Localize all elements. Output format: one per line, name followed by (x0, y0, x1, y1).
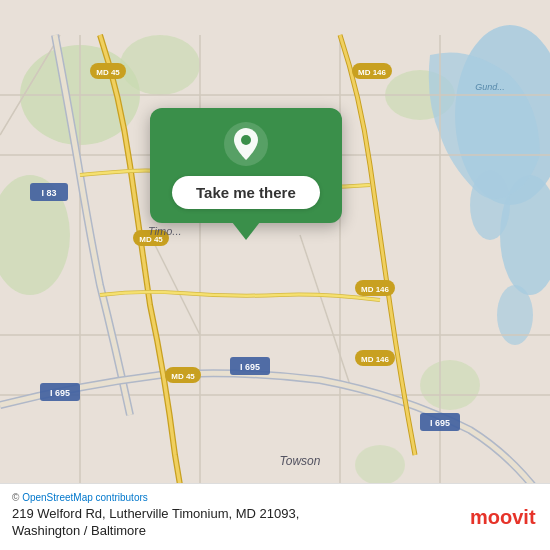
contributors-text: contributors (93, 492, 148, 503)
svg-point-45 (241, 135, 251, 145)
svg-point-5 (120, 35, 200, 95)
svg-text:MD 45: MD 45 (96, 68, 120, 77)
location-pin-icon (224, 122, 268, 166)
svg-text:moovit: moovit (470, 506, 536, 528)
svg-text:I 83: I 83 (41, 188, 56, 198)
callout-popup: Take me there (150, 108, 342, 240)
address-text: 219 Welford Rd, Lutherville Timonium, MD… (12, 506, 299, 540)
moovit-logo-svg: moovit (468, 500, 538, 532)
svg-text:Gund...: Gund... (475, 82, 505, 92)
callout-tail (232, 222, 260, 240)
svg-line-19 (150, 235, 200, 335)
svg-point-3 (497, 285, 533, 345)
svg-point-8 (420, 360, 480, 410)
svg-text:MD 45: MD 45 (171, 372, 195, 381)
address-line1: 219 Welford Rd, Lutherville Timonium, MD… (12, 506, 299, 521)
map-container: I 83 I 695 I 695 I 695 MD 45 MD 45 MD 45… (0, 0, 550, 550)
take-me-there-button[interactable]: Take me there (172, 176, 320, 209)
svg-point-9 (355, 445, 405, 485)
svg-text:MD 146: MD 146 (361, 285, 390, 294)
address-line2: Washington / Baltimore (12, 523, 146, 538)
osm-link[interactable]: OpenStreetMap (22, 492, 93, 503)
svg-line-20 (300, 235, 350, 385)
svg-text:Towson: Towson (280, 454, 321, 468)
svg-text:MD 146: MD 146 (358, 68, 387, 77)
info-bar: © OpenStreetMap contributors 219 Welford… (0, 483, 550, 550)
svg-text:I 695: I 695 (50, 388, 70, 398)
credit-prefix: © (12, 492, 22, 503)
callout-box: Take me there (150, 108, 342, 223)
moovit-logo: moovit (468, 500, 538, 532)
osm-credit: © OpenStreetMap contributors (12, 492, 299, 503)
svg-text:I 695: I 695 (240, 362, 260, 372)
map-svg: I 83 I 695 I 695 I 695 MD 45 MD 45 MD 45… (0, 0, 550, 550)
svg-text:I 695: I 695 (430, 418, 450, 428)
info-left: © OpenStreetMap contributors 219 Welford… (12, 492, 299, 540)
svg-text:MD 146: MD 146 (361, 355, 390, 364)
